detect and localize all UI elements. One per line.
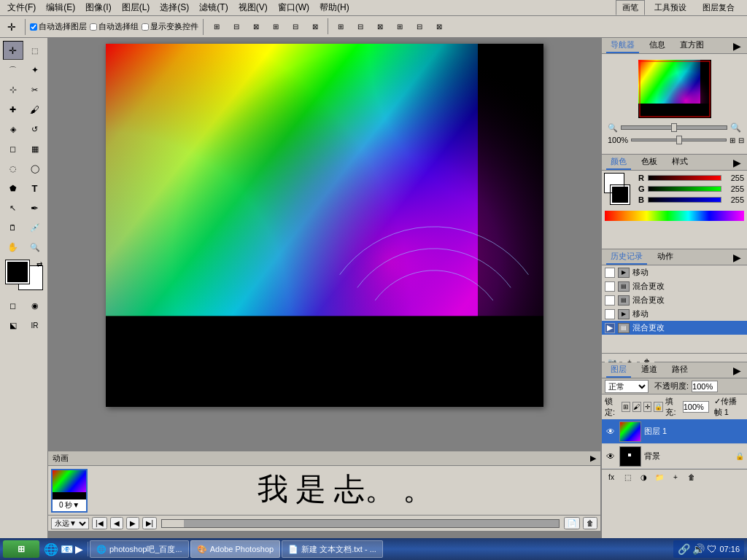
menu-filter[interactable]: 滤镜(T): [195, 0, 232, 15]
anim-play-btn[interactable]: ▶: [126, 517, 139, 529]
tab-history[interactable]: 历史记录: [606, 249, 647, 265]
anim-prev-frame-btn[interactable]: ◀: [110, 517, 123, 529]
history-item-3[interactable]: ▤ 混合更改: [602, 293, 747, 307]
tab-tool-preset[interactable]: 工具预设: [648, 0, 693, 15]
layer-item-1[interactable]: 👁 图层 1: [602, 419, 747, 444]
tool-slice[interactable]: ✂: [25, 80, 45, 99]
menu-select[interactable]: 选择(S): [155, 0, 193, 15]
tab-navigator[interactable]: 导航器: [606, 38, 639, 53]
tool-gradient[interactable]: ▦: [25, 139, 45, 158]
quicklaunch-ie[interactable]: 🌐: [44, 542, 58, 556]
tool-blur[interactable]: ◌: [3, 159, 23, 178]
move-tool-btn[interactable]: ✛: [3, 18, 20, 36]
tool-crop[interactable]: ⊹: [3, 80, 23, 99]
menu-view[interactable]: 视图(V): [234, 0, 272, 15]
tool-magic-wand[interactable]: ✦: [25, 61, 45, 79]
zoom-slider[interactable]: [621, 125, 727, 130]
zoom-in-icon[interactable]: 🔍: [730, 122, 741, 133]
dist-h-btn[interactable]: ⊞: [332, 18, 349, 36]
bg-color-swatch[interactable]: [611, 185, 630, 204]
dist-center-h-btn[interactable]: ⊞: [391, 18, 409, 36]
tool-brush[interactable]: 🖌: [25, 100, 45, 119]
align-bottom-btn[interactable]: ⊠: [306, 18, 324, 36]
tool-eraser[interactable]: ◻: [3, 139, 23, 158]
color-spectrum-bar[interactable]: [605, 211, 744, 221]
tool-eyedropper[interactable]: 💉: [25, 218, 45, 237]
tab-info[interactable]: 信息: [645, 38, 670, 53]
animation-frame-time[interactable]: 0 秒▼: [59, 499, 80, 511]
color-panel-header[interactable]: 颜色 色板 样式 ▶: [602, 155, 747, 171]
nav-btn-full[interactable]: ⊟: [738, 136, 744, 144]
fill-input[interactable]: [683, 401, 709, 413]
opacity-input[interactable]: [692, 381, 718, 392]
menu-layer[interactable]: 图层(L): [117, 0, 155, 15]
anim-first-frame-btn[interactable]: |◀: [92, 517, 107, 529]
tool-history-brush[interactable]: ↺: [25, 120, 45, 139]
history-item-4[interactable]: ▶ 移动: [602, 307, 747, 321]
tool-image-ready[interactable]: IR: [25, 316, 45, 335]
align-center-h-btn[interactable]: ⊟: [228, 18, 245, 36]
history-item-2[interactable]: ▤ 混合更改: [602, 279, 747, 293]
tab-channels[interactable]: 通道: [637, 362, 662, 378]
navigator-options-btn[interactable]: ▶: [731, 40, 743, 52]
nav-btn-fit[interactable]: ⊞: [729, 136, 735, 144]
layers-panel-header[interactable]: 图层 通道 路径 ▶: [602, 362, 747, 378]
layer-adj-btn[interactable]: ◑: [637, 471, 650, 483]
tab-brush[interactable]: 画笔: [616, 0, 645, 15]
tool-preview-screen[interactable]: ⬕: [3, 316, 23, 335]
layer-group-btn[interactable]: 📁: [653, 471, 666, 483]
nav-zoom-track[interactable]: [631, 139, 727, 141]
quicklaunch-outlook[interactable]: 📧: [61, 543, 73, 555]
tool-direct-select[interactable]: ↖: [3, 198, 23, 217]
color-options-btn[interactable]: ▶: [731, 157, 743, 168]
auto-select-layer[interactable]: 自动选择图层: [30, 21, 87, 32]
tab-histogram[interactable]: 直方图: [676, 38, 708, 53]
anim-new-frame-btn[interactable]: 📄: [564, 517, 580, 529]
tray-security-icon[interactable]: 🛡: [707, 543, 717, 555]
auto-select-group[interactable]: 自动选择组: [90, 21, 139, 32]
tool-path[interactable]: ⬟: [3, 179, 23, 198]
layer-new-btn[interactable]: +: [669, 471, 682, 483]
history-panel-header[interactable]: 历史记录 动作 ▶: [602, 249, 747, 265]
align-center-v-btn[interactable]: ⊟: [287, 18, 304, 36]
zoom-out-icon[interactable]: 🔍: [608, 123, 618, 133]
lock-all-btn[interactable]: 🔒: [654, 402, 663, 412]
tool-heal[interactable]: ✚: [3, 100, 23, 119]
tab-layer-comp[interactable]: 图层复合: [696, 0, 741, 15]
tool-hand[interactable]: ✋: [3, 238, 23, 257]
tray-audio-icon[interactable]: 🔊: [692, 543, 705, 555]
taskbar-btn-notepad[interactable]: 📄 新建 文本文档.txt - ...: [282, 540, 383, 558]
history-options-btn[interactable]: ▶: [731, 252, 743, 263]
animation-loop-select[interactable]: 永远▼: [51, 518, 89, 529]
tab-swatches[interactable]: 色板: [637, 155, 662, 170]
tool-lasso[interactable]: ⌒: [3, 61, 23, 79]
layer-delete-btn[interactable]: 🗑: [685, 471, 698, 483]
quicklaunch-media[interactable]: ▶: [75, 543, 83, 555]
tool-zoom[interactable]: 🔍: [25, 238, 45, 257]
tab-layers[interactable]: 图层: [606, 362, 631, 378]
tool-type[interactable]: T: [25, 179, 45, 198]
tool-notes[interactable]: 🗒: [3, 218, 23, 237]
tab-actions[interactable]: 动作: [653, 249, 678, 265]
taskbar-btn-photoshop-bar[interactable]: 🌐 photoshop吧_百度...: [90, 540, 189, 558]
foreground-color[interactable]: [6, 260, 29, 284]
taskbar-btn-adobe-ps[interactable]: 🎨 Adobe Photoshop: [190, 540, 280, 558]
tool-move[interactable]: ✛: [3, 41, 23, 60]
tray-network-icon[interactable]: 🔗: [678, 543, 690, 555]
anim-delete-frame-btn[interactable]: 🗑: [583, 517, 597, 529]
tool-pen[interactable]: ✒: [25, 198, 45, 217]
history-item-5[interactable]: ▶ ▤ 混合更改: [602, 321, 747, 335]
navigator-panel-header[interactable]: 导航器 信息 直方图 ▶: [602, 38, 747, 54]
menu-image[interactable]: 图像(I): [81, 0, 115, 15]
align-right-btn[interactable]: ⊠: [247, 18, 265, 36]
swap-colors-icon[interactable]: ⇄: [36, 260, 42, 268]
align-left-btn[interactable]: ⊞: [208, 18, 225, 36]
tool-mode-standard[interactable]: ◻: [3, 296, 23, 315]
layer-1-visibility[interactable]: 👁: [605, 426, 616, 438]
dist-top-btn[interactable]: ⊠: [371, 18, 389, 36]
layer-mask-btn[interactable]: ⬚: [621, 471, 634, 483]
dist-v-btn[interactable]: ⊟: [352, 18, 369, 36]
tool-mode-quick[interactable]: ◉: [25, 296, 45, 315]
anim-scrollbar[interactable]: [161, 519, 560, 528]
menu-window[interactable]: 窗口(W): [274, 0, 314, 15]
